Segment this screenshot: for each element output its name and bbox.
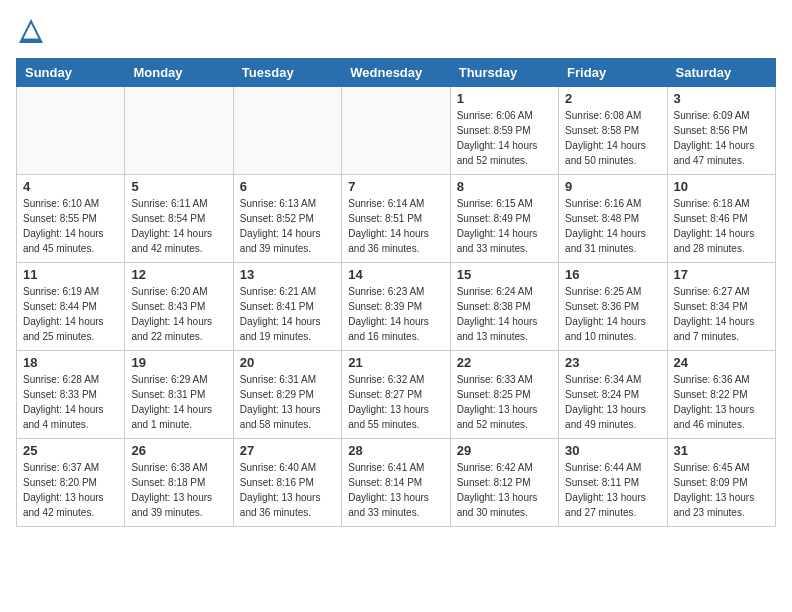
day-number: 3 bbox=[674, 91, 769, 106]
day-info: Sunrise: 6:10 AM Sunset: 8:55 PM Dayligh… bbox=[23, 196, 118, 256]
day-info: Sunrise: 6:36 AM Sunset: 8:22 PM Dayligh… bbox=[674, 372, 769, 432]
day-number: 20 bbox=[240, 355, 335, 370]
calendar-cell: 20Sunrise: 6:31 AM Sunset: 8:29 PM Dayli… bbox=[233, 351, 341, 439]
day-info: Sunrise: 6:19 AM Sunset: 8:44 PM Dayligh… bbox=[23, 284, 118, 344]
calendar-cell bbox=[233, 87, 341, 175]
day-number: 18 bbox=[23, 355, 118, 370]
calendar-cell: 24Sunrise: 6:36 AM Sunset: 8:22 PM Dayli… bbox=[667, 351, 775, 439]
day-info: Sunrise: 6:32 AM Sunset: 8:27 PM Dayligh… bbox=[348, 372, 443, 432]
calendar-cell: 17Sunrise: 6:27 AM Sunset: 8:34 PM Dayli… bbox=[667, 263, 775, 351]
calendar-cell: 29Sunrise: 6:42 AM Sunset: 8:12 PM Dayli… bbox=[450, 439, 558, 527]
day-number: 15 bbox=[457, 267, 552, 282]
calendar-cell bbox=[125, 87, 233, 175]
day-info: Sunrise: 6:25 AM Sunset: 8:36 PM Dayligh… bbox=[565, 284, 660, 344]
day-info: Sunrise: 6:15 AM Sunset: 8:49 PM Dayligh… bbox=[457, 196, 552, 256]
day-info: Sunrise: 6:18 AM Sunset: 8:46 PM Dayligh… bbox=[674, 196, 769, 256]
day-info: Sunrise: 6:42 AM Sunset: 8:12 PM Dayligh… bbox=[457, 460, 552, 520]
calendar-cell: 1Sunrise: 6:06 AM Sunset: 8:59 PM Daylig… bbox=[450, 87, 558, 175]
calendar-week-4: 25Sunrise: 6:37 AM Sunset: 8:20 PM Dayli… bbox=[17, 439, 776, 527]
day-info: Sunrise: 6:24 AM Sunset: 8:38 PM Dayligh… bbox=[457, 284, 552, 344]
calendar-cell: 7Sunrise: 6:14 AM Sunset: 8:51 PM Daylig… bbox=[342, 175, 450, 263]
day-info: Sunrise: 6:29 AM Sunset: 8:31 PM Dayligh… bbox=[131, 372, 226, 432]
calendar: SundayMondayTuesdayWednesdayThursdayFrid… bbox=[16, 58, 776, 527]
day-info: Sunrise: 6:08 AM Sunset: 8:58 PM Dayligh… bbox=[565, 108, 660, 168]
day-number: 19 bbox=[131, 355, 226, 370]
day-number: 29 bbox=[457, 443, 552, 458]
day-number: 5 bbox=[131, 179, 226, 194]
day-info: Sunrise: 6:38 AM Sunset: 8:18 PM Dayligh… bbox=[131, 460, 226, 520]
calendar-header-wednesday: Wednesday bbox=[342, 59, 450, 87]
day-number: 10 bbox=[674, 179, 769, 194]
calendar-cell bbox=[342, 87, 450, 175]
calendar-cell: 12Sunrise: 6:20 AM Sunset: 8:43 PM Dayli… bbox=[125, 263, 233, 351]
day-number: 1 bbox=[457, 91, 552, 106]
day-number: 9 bbox=[565, 179, 660, 194]
day-number: 12 bbox=[131, 267, 226, 282]
day-number: 11 bbox=[23, 267, 118, 282]
day-number: 24 bbox=[674, 355, 769, 370]
day-number: 21 bbox=[348, 355, 443, 370]
day-info: Sunrise: 6:20 AM Sunset: 8:43 PM Dayligh… bbox=[131, 284, 226, 344]
day-info: Sunrise: 6:37 AM Sunset: 8:20 PM Dayligh… bbox=[23, 460, 118, 520]
day-info: Sunrise: 6:16 AM Sunset: 8:48 PM Dayligh… bbox=[565, 196, 660, 256]
calendar-cell: 30Sunrise: 6:44 AM Sunset: 8:11 PM Dayli… bbox=[559, 439, 667, 527]
calendar-cell: 31Sunrise: 6:45 AM Sunset: 8:09 PM Dayli… bbox=[667, 439, 775, 527]
day-info: Sunrise: 6:21 AM Sunset: 8:41 PM Dayligh… bbox=[240, 284, 335, 344]
day-info: Sunrise: 6:09 AM Sunset: 8:56 PM Dayligh… bbox=[674, 108, 769, 168]
calendar-cell: 6Sunrise: 6:13 AM Sunset: 8:52 PM Daylig… bbox=[233, 175, 341, 263]
day-info: Sunrise: 6:11 AM Sunset: 8:54 PM Dayligh… bbox=[131, 196, 226, 256]
calendar-cell: 4Sunrise: 6:10 AM Sunset: 8:55 PM Daylig… bbox=[17, 175, 125, 263]
day-info: Sunrise: 6:34 AM Sunset: 8:24 PM Dayligh… bbox=[565, 372, 660, 432]
calendar-cell: 27Sunrise: 6:40 AM Sunset: 8:16 PM Dayli… bbox=[233, 439, 341, 527]
calendar-cell: 25Sunrise: 6:37 AM Sunset: 8:20 PM Dayli… bbox=[17, 439, 125, 527]
calendar-cell: 19Sunrise: 6:29 AM Sunset: 8:31 PM Dayli… bbox=[125, 351, 233, 439]
day-number: 22 bbox=[457, 355, 552, 370]
day-number: 30 bbox=[565, 443, 660, 458]
calendar-cell: 26Sunrise: 6:38 AM Sunset: 8:18 PM Dayli… bbox=[125, 439, 233, 527]
calendar-cell: 8Sunrise: 6:15 AM Sunset: 8:49 PM Daylig… bbox=[450, 175, 558, 263]
day-number: 2 bbox=[565, 91, 660, 106]
logo bbox=[16, 16, 50, 46]
calendar-cell: 15Sunrise: 6:24 AM Sunset: 8:38 PM Dayli… bbox=[450, 263, 558, 351]
calendar-cell: 2Sunrise: 6:08 AM Sunset: 8:58 PM Daylig… bbox=[559, 87, 667, 175]
day-info: Sunrise: 6:41 AM Sunset: 8:14 PM Dayligh… bbox=[348, 460, 443, 520]
day-info: Sunrise: 6:33 AM Sunset: 8:25 PM Dayligh… bbox=[457, 372, 552, 432]
calendar-cell: 3Sunrise: 6:09 AM Sunset: 8:56 PM Daylig… bbox=[667, 87, 775, 175]
day-info: Sunrise: 6:45 AM Sunset: 8:09 PM Dayligh… bbox=[674, 460, 769, 520]
day-number: 28 bbox=[348, 443, 443, 458]
day-info: Sunrise: 6:23 AM Sunset: 8:39 PM Dayligh… bbox=[348, 284, 443, 344]
day-number: 7 bbox=[348, 179, 443, 194]
day-number: 16 bbox=[565, 267, 660, 282]
calendar-week-2: 11Sunrise: 6:19 AM Sunset: 8:44 PM Dayli… bbox=[17, 263, 776, 351]
day-number: 17 bbox=[674, 267, 769, 282]
day-info: Sunrise: 6:14 AM Sunset: 8:51 PM Dayligh… bbox=[348, 196, 443, 256]
calendar-header-saturday: Saturday bbox=[667, 59, 775, 87]
day-number: 8 bbox=[457, 179, 552, 194]
day-number: 4 bbox=[23, 179, 118, 194]
day-info: Sunrise: 6:06 AM Sunset: 8:59 PM Dayligh… bbox=[457, 108, 552, 168]
calendar-week-1: 4Sunrise: 6:10 AM Sunset: 8:55 PM Daylig… bbox=[17, 175, 776, 263]
calendar-cell: 10Sunrise: 6:18 AM Sunset: 8:46 PM Dayli… bbox=[667, 175, 775, 263]
day-info: Sunrise: 6:28 AM Sunset: 8:33 PM Dayligh… bbox=[23, 372, 118, 432]
day-info: Sunrise: 6:44 AM Sunset: 8:11 PM Dayligh… bbox=[565, 460, 660, 520]
calendar-header-sunday: Sunday bbox=[17, 59, 125, 87]
calendar-week-3: 18Sunrise: 6:28 AM Sunset: 8:33 PM Dayli… bbox=[17, 351, 776, 439]
header bbox=[16, 16, 776, 46]
calendar-header-monday: Monday bbox=[125, 59, 233, 87]
calendar-cell: 9Sunrise: 6:16 AM Sunset: 8:48 PM Daylig… bbox=[559, 175, 667, 263]
calendar-header-friday: Friday bbox=[559, 59, 667, 87]
day-number: 26 bbox=[131, 443, 226, 458]
calendar-week-0: 1Sunrise: 6:06 AM Sunset: 8:59 PM Daylig… bbox=[17, 87, 776, 175]
day-number: 23 bbox=[565, 355, 660, 370]
day-info: Sunrise: 6:40 AM Sunset: 8:16 PM Dayligh… bbox=[240, 460, 335, 520]
day-number: 13 bbox=[240, 267, 335, 282]
calendar-header-row: SundayMondayTuesdayWednesdayThursdayFrid… bbox=[17, 59, 776, 87]
calendar-cell: 21Sunrise: 6:32 AM Sunset: 8:27 PM Dayli… bbox=[342, 351, 450, 439]
day-number: 25 bbox=[23, 443, 118, 458]
calendar-header-tuesday: Tuesday bbox=[233, 59, 341, 87]
day-info: Sunrise: 6:27 AM Sunset: 8:34 PM Dayligh… bbox=[674, 284, 769, 344]
calendar-header-thursday: Thursday bbox=[450, 59, 558, 87]
day-info: Sunrise: 6:31 AM Sunset: 8:29 PM Dayligh… bbox=[240, 372, 335, 432]
calendar-cell: 16Sunrise: 6:25 AM Sunset: 8:36 PM Dayli… bbox=[559, 263, 667, 351]
day-number: 14 bbox=[348, 267, 443, 282]
